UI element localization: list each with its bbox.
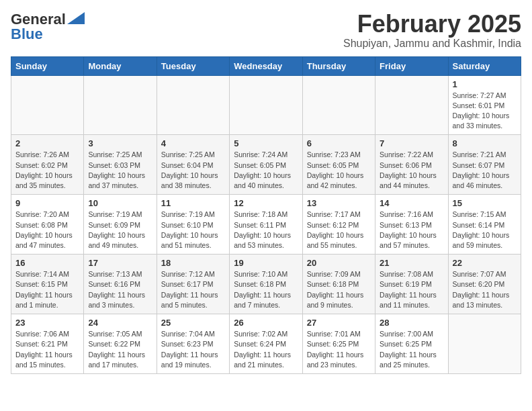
calendar-cell: 18Sunrise: 7:12 AM Sunset: 6:17 PM Dayli… [157, 255, 229, 314]
day-number: 22 [453, 258, 517, 268]
weekday-header-monday: Monday [84, 56, 157, 75]
weekday-header-tuesday: Tuesday [157, 56, 229, 75]
calendar-cell: 23Sunrise: 7:06 AM Sunset: 6:21 PM Dayli… [11, 314, 84, 374]
calendar-cell: 10Sunrise: 7:19 AM Sunset: 6:09 PM Dayli… [84, 195, 157, 255]
day-number: 23 [15, 318, 79, 328]
day-number: 26 [234, 318, 298, 328]
location-subtitle: Shupiyan, Jammu and Kashmir, India [343, 38, 521, 50]
day-number: 24 [88, 318, 152, 328]
day-info: Sunrise: 7:19 AM Sunset: 6:09 PM Dayligh… [88, 210, 152, 250]
day-info: Sunrise: 7:10 AM Sunset: 6:18 PM Dayligh… [234, 269, 298, 310]
day-info: Sunrise: 7:05 AM Sunset: 6:22 PM Dayligh… [88, 329, 152, 370]
calendar-cell: 6Sunrise: 7:23 AM Sunset: 6:05 PM Daylig… [302, 135, 375, 195]
day-number: 12 [234, 198, 298, 208]
page-header: General Blue February 2025 Shupiyan, Jam… [11, 11, 521, 50]
day-number: 11 [161, 198, 225, 208]
day-number: 7 [380, 138, 443, 148]
weekday-header-thursday: Thursday [302, 56, 375, 75]
day-info: Sunrise: 7:01 AM Sunset: 6:25 PM Dayligh… [307, 329, 371, 370]
calendar-cell: 4Sunrise: 7:25 AM Sunset: 6:04 PM Daylig… [157, 135, 229, 195]
calendar-cell: 1Sunrise: 7:27 AM Sunset: 6:01 PM Daylig… [448, 75, 521, 135]
calendar-week-row: 9Sunrise: 7:20 AM Sunset: 6:08 PM Daylig… [11, 195, 521, 255]
day-info: Sunrise: 7:06 AM Sunset: 6:21 PM Dayligh… [15, 329, 79, 370]
calendar-cell [11, 75, 84, 135]
calendar-cell [84, 75, 157, 135]
day-number: 20 [307, 258, 371, 268]
logo: General Blue [11, 11, 85, 43]
day-info: Sunrise: 7:25 AM Sunset: 6:04 PM Dayligh… [161, 150, 225, 191]
calendar-cell [375, 75, 448, 135]
calendar-cell: 27Sunrise: 7:01 AM Sunset: 6:25 PM Dayli… [302, 314, 375, 374]
day-number: 8 [453, 138, 517, 148]
calendar-cell: 25Sunrise: 7:04 AM Sunset: 6:23 PM Dayli… [157, 314, 229, 374]
day-number: 28 [380, 318, 443, 328]
logo-icon [67, 12, 85, 24]
day-info: Sunrise: 7:02 AM Sunset: 6:24 PM Dayligh… [234, 329, 298, 370]
day-number: 3 [88, 138, 152, 148]
calendar-cell: 15Sunrise: 7:15 AM Sunset: 6:14 PM Dayli… [448, 195, 521, 255]
day-info: Sunrise: 7:08 AM Sunset: 6:19 PM Dayligh… [380, 269, 443, 310]
calendar-cell: 17Sunrise: 7:13 AM Sunset: 6:16 PM Dayli… [84, 255, 157, 314]
calendar-cell: 24Sunrise: 7:05 AM Sunset: 6:22 PM Dayli… [84, 314, 157, 374]
weekday-header-saturday: Saturday [448, 56, 521, 75]
day-number: 13 [307, 198, 371, 208]
day-number: 1 [453, 79, 517, 89]
calendar-cell [230, 75, 302, 135]
calendar-cell: 20Sunrise: 7:09 AM Sunset: 6:18 PM Dayli… [302, 255, 375, 314]
day-number: 9 [15, 198, 79, 208]
calendar-cell: 9Sunrise: 7:20 AM Sunset: 6:08 PM Daylig… [11, 195, 84, 255]
calendar-cell: 28Sunrise: 7:00 AM Sunset: 6:25 PM Dayli… [375, 314, 448, 374]
day-info: Sunrise: 7:23 AM Sunset: 6:05 PM Dayligh… [307, 150, 371, 191]
calendar-cell [302, 75, 375, 135]
day-info: Sunrise: 7:27 AM Sunset: 6:01 PM Dayligh… [453, 91, 517, 132]
weekday-header-sunday: Sunday [11, 56, 84, 75]
day-number: 27 [307, 318, 371, 328]
day-info: Sunrise: 7:13 AM Sunset: 6:16 PM Dayligh… [88, 269, 152, 310]
day-info: Sunrise: 7:12 AM Sunset: 6:17 PM Dayligh… [161, 269, 225, 310]
calendar-cell: 14Sunrise: 7:16 AM Sunset: 6:13 PM Dayli… [375, 195, 448, 255]
calendar-cell: 26Sunrise: 7:02 AM Sunset: 6:24 PM Dayli… [230, 314, 302, 374]
day-number: 25 [161, 318, 225, 328]
day-info: Sunrise: 7:15 AM Sunset: 6:14 PM Dayligh… [453, 210, 517, 250]
calendar-cell: 22Sunrise: 7:07 AM Sunset: 6:20 PM Dayli… [448, 255, 521, 314]
calendar-cell: 21Sunrise: 7:08 AM Sunset: 6:19 PM Dayli… [375, 255, 448, 314]
day-number: 14 [380, 198, 443, 208]
day-info: Sunrise: 7:26 AM Sunset: 6:02 PM Dayligh… [15, 150, 79, 191]
day-info: Sunrise: 7:04 AM Sunset: 6:23 PM Dayligh… [161, 329, 225, 370]
calendar-cell [157, 75, 229, 135]
day-info: Sunrise: 7:22 AM Sunset: 6:06 PM Dayligh… [380, 150, 443, 191]
day-number: 6 [307, 138, 371, 148]
day-info: Sunrise: 7:21 AM Sunset: 6:07 PM Dayligh… [453, 150, 517, 191]
day-number: 15 [453, 198, 517, 208]
title-section: February 2025 Shupiyan, Jammu and Kashmi… [343, 11, 521, 50]
calendar-cell: 12Sunrise: 7:18 AM Sunset: 6:11 PM Dayli… [230, 195, 302, 255]
calendar-cell: 7Sunrise: 7:22 AM Sunset: 6:06 PM Daylig… [375, 135, 448, 195]
day-info: Sunrise: 7:25 AM Sunset: 6:03 PM Dayligh… [88, 150, 152, 191]
day-number: 4 [161, 138, 225, 148]
day-number: 21 [380, 258, 443, 268]
calendar-cell: 5Sunrise: 7:24 AM Sunset: 6:05 PM Daylig… [230, 135, 302, 195]
weekday-header-wednesday: Wednesday [230, 56, 302, 75]
logo-blue-text: Blue [11, 26, 43, 43]
calendar-cell: 19Sunrise: 7:10 AM Sunset: 6:18 PM Dayli… [230, 255, 302, 314]
day-number: 16 [15, 258, 79, 268]
day-info: Sunrise: 7:24 AM Sunset: 6:05 PM Dayligh… [234, 150, 298, 191]
day-info: Sunrise: 7:09 AM Sunset: 6:18 PM Dayligh… [307, 269, 371, 310]
day-number: 19 [234, 258, 298, 268]
day-number: 5 [234, 138, 298, 148]
weekday-header-friday: Friday [375, 56, 448, 75]
calendar-table: SundayMondayTuesdayWednesdayThursdayFrid… [11, 56, 521, 374]
day-number: 18 [161, 258, 225, 268]
day-info: Sunrise: 7:19 AM Sunset: 6:10 PM Dayligh… [161, 210, 225, 250]
calendar-cell: 13Sunrise: 7:17 AM Sunset: 6:12 PM Dayli… [302, 195, 375, 255]
calendar-week-row: 23Sunrise: 7:06 AM Sunset: 6:21 PM Dayli… [11, 314, 521, 374]
calendar-cell: 3Sunrise: 7:25 AM Sunset: 6:03 PM Daylig… [84, 135, 157, 195]
calendar-week-row: 1Sunrise: 7:27 AM Sunset: 6:01 PM Daylig… [11, 75, 521, 135]
day-info: Sunrise: 7:20 AM Sunset: 6:08 PM Dayligh… [15, 210, 79, 250]
day-info: Sunrise: 7:17 AM Sunset: 6:12 PM Dayligh… [307, 210, 371, 250]
svg-marker-0 [67, 12, 85, 24]
calendar-cell: 16Sunrise: 7:14 AM Sunset: 6:15 PM Dayli… [11, 255, 84, 314]
calendar-week-row: 16Sunrise: 7:14 AM Sunset: 6:15 PM Dayli… [11, 255, 521, 314]
calendar-cell [448, 314, 521, 374]
calendar-header-row: SundayMondayTuesdayWednesdayThursdayFrid… [11, 56, 521, 75]
